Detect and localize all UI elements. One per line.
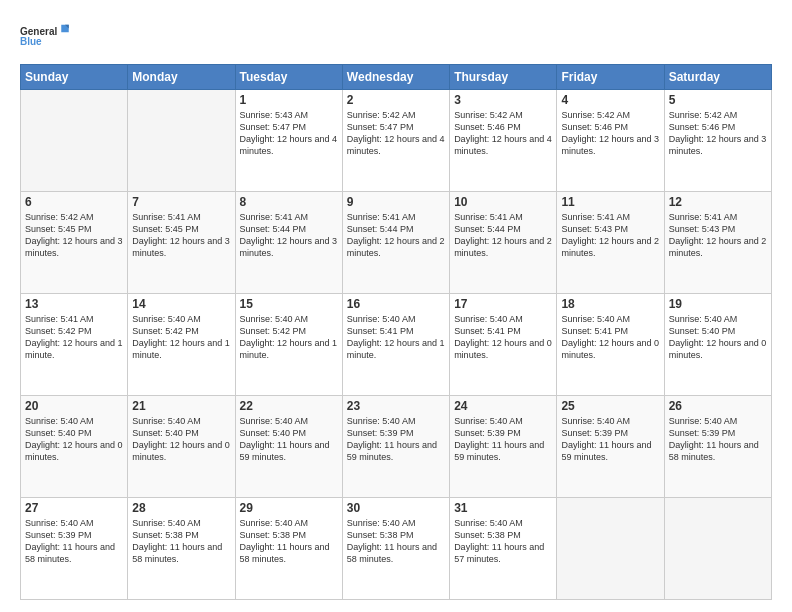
cell-info: Sunrise: 5:40 AMSunset: 5:39 PMDaylight:…: [347, 415, 445, 464]
calendar-week-row: 27Sunrise: 5:40 AMSunset: 5:39 PMDayligh…: [21, 498, 772, 600]
calendar-cell: [557, 498, 664, 600]
day-number: 14: [132, 297, 230, 311]
day-number: 8: [240, 195, 338, 209]
cell-info: Sunrise: 5:40 AMSunset: 5:40 PMDaylight:…: [240, 415, 338, 464]
day-number: 12: [669, 195, 767, 209]
calendar-cell: 23Sunrise: 5:40 AMSunset: 5:39 PMDayligh…: [342, 396, 449, 498]
calendar-cell: 22Sunrise: 5:40 AMSunset: 5:40 PMDayligh…: [235, 396, 342, 498]
calendar-cell: 5Sunrise: 5:42 AMSunset: 5:46 PMDaylight…: [664, 90, 771, 192]
day-number: 28: [132, 501, 230, 515]
day-number: 3: [454, 93, 552, 107]
day-number: 29: [240, 501, 338, 515]
svg-text:Blue: Blue: [20, 36, 42, 47]
calendar-cell: 11Sunrise: 5:41 AMSunset: 5:43 PMDayligh…: [557, 192, 664, 294]
cell-info: Sunrise: 5:42 AMSunset: 5:46 PMDaylight:…: [454, 109, 552, 158]
weekday-thursday: Thursday: [450, 65, 557, 90]
day-number: 15: [240, 297, 338, 311]
calendar-cell: 25Sunrise: 5:40 AMSunset: 5:39 PMDayligh…: [557, 396, 664, 498]
svg-text:General: General: [20, 26, 57, 37]
weekday-header-row: SundayMondayTuesdayWednesdayThursdayFrid…: [21, 65, 772, 90]
day-number: 27: [25, 501, 123, 515]
cell-info: Sunrise: 5:42 AMSunset: 5:45 PMDaylight:…: [25, 211, 123, 260]
weekday-saturday: Saturday: [664, 65, 771, 90]
calendar-table: SundayMondayTuesdayWednesdayThursdayFrid…: [20, 64, 772, 600]
day-number: 6: [25, 195, 123, 209]
calendar-cell: 21Sunrise: 5:40 AMSunset: 5:40 PMDayligh…: [128, 396, 235, 498]
cell-info: Sunrise: 5:40 AMSunset: 5:39 PMDaylight:…: [454, 415, 552, 464]
calendar-week-row: 20Sunrise: 5:40 AMSunset: 5:40 PMDayligh…: [21, 396, 772, 498]
cell-info: Sunrise: 5:40 AMSunset: 5:39 PMDaylight:…: [25, 517, 123, 566]
day-number: 10: [454, 195, 552, 209]
calendar-cell: 16Sunrise: 5:40 AMSunset: 5:41 PMDayligh…: [342, 294, 449, 396]
day-number: 17: [454, 297, 552, 311]
calendar-page: General Blue SundayMondayTuesdayWednesda…: [0, 0, 792, 612]
calendar-cell: 29Sunrise: 5:40 AMSunset: 5:38 PMDayligh…: [235, 498, 342, 600]
day-number: 1: [240, 93, 338, 107]
calendar-cell: 6Sunrise: 5:42 AMSunset: 5:45 PMDaylight…: [21, 192, 128, 294]
cell-info: Sunrise: 5:40 AMSunset: 5:42 PMDaylight:…: [240, 313, 338, 362]
day-number: 18: [561, 297, 659, 311]
cell-info: Sunrise: 5:41 AMSunset: 5:43 PMDaylight:…: [561, 211, 659, 260]
cell-info: Sunrise: 5:41 AMSunset: 5:44 PMDaylight:…: [240, 211, 338, 260]
cell-info: Sunrise: 5:40 AMSunset: 5:39 PMDaylight:…: [561, 415, 659, 464]
calendar-cell: 2Sunrise: 5:42 AMSunset: 5:47 PMDaylight…: [342, 90, 449, 192]
calendar-cell: 12Sunrise: 5:41 AMSunset: 5:43 PMDayligh…: [664, 192, 771, 294]
day-number: 9: [347, 195, 445, 209]
cell-info: Sunrise: 5:42 AMSunset: 5:46 PMDaylight:…: [669, 109, 767, 158]
calendar-cell: 9Sunrise: 5:41 AMSunset: 5:44 PMDaylight…: [342, 192, 449, 294]
day-number: 2: [347, 93, 445, 107]
calendar-cell: 18Sunrise: 5:40 AMSunset: 5:41 PMDayligh…: [557, 294, 664, 396]
cell-info: Sunrise: 5:41 AMSunset: 5:42 PMDaylight:…: [25, 313, 123, 362]
calendar-cell: [128, 90, 235, 192]
calendar-cell: 7Sunrise: 5:41 AMSunset: 5:45 PMDaylight…: [128, 192, 235, 294]
cell-info: Sunrise: 5:41 AMSunset: 5:44 PMDaylight:…: [347, 211, 445, 260]
calendar-cell: 4Sunrise: 5:42 AMSunset: 5:46 PMDaylight…: [557, 90, 664, 192]
calendar-cell: 31Sunrise: 5:40 AMSunset: 5:38 PMDayligh…: [450, 498, 557, 600]
day-number: 21: [132, 399, 230, 413]
weekday-tuesday: Tuesday: [235, 65, 342, 90]
calendar-cell: 30Sunrise: 5:40 AMSunset: 5:38 PMDayligh…: [342, 498, 449, 600]
day-number: 5: [669, 93, 767, 107]
cell-info: Sunrise: 5:40 AMSunset: 5:39 PMDaylight:…: [669, 415, 767, 464]
day-number: 7: [132, 195, 230, 209]
calendar-cell: 1Sunrise: 5:43 AMSunset: 5:47 PMDaylight…: [235, 90, 342, 192]
calendar-cell: 13Sunrise: 5:41 AMSunset: 5:42 PMDayligh…: [21, 294, 128, 396]
calendar-week-row: 6Sunrise: 5:42 AMSunset: 5:45 PMDaylight…: [21, 192, 772, 294]
calendar-cell: 10Sunrise: 5:41 AMSunset: 5:44 PMDayligh…: [450, 192, 557, 294]
calendar-cell: 27Sunrise: 5:40 AMSunset: 5:39 PMDayligh…: [21, 498, 128, 600]
calendar-week-row: 1Sunrise: 5:43 AMSunset: 5:47 PMDaylight…: [21, 90, 772, 192]
cell-info: Sunrise: 5:41 AMSunset: 5:43 PMDaylight:…: [669, 211, 767, 260]
cell-info: Sunrise: 5:40 AMSunset: 5:40 PMDaylight:…: [25, 415, 123, 464]
day-number: 11: [561, 195, 659, 209]
day-number: 22: [240, 399, 338, 413]
calendar-cell: [21, 90, 128, 192]
logo: General Blue: [20, 16, 70, 56]
day-number: 20: [25, 399, 123, 413]
cell-info: Sunrise: 5:40 AMSunset: 5:38 PMDaylight:…: [132, 517, 230, 566]
calendar-cell: [664, 498, 771, 600]
cell-info: Sunrise: 5:42 AMSunset: 5:46 PMDaylight:…: [561, 109, 659, 158]
cell-info: Sunrise: 5:40 AMSunset: 5:41 PMDaylight:…: [347, 313, 445, 362]
weekday-sunday: Sunday: [21, 65, 128, 90]
cell-info: Sunrise: 5:42 AMSunset: 5:47 PMDaylight:…: [347, 109, 445, 158]
day-number: 4: [561, 93, 659, 107]
day-number: 13: [25, 297, 123, 311]
cell-info: Sunrise: 5:40 AMSunset: 5:40 PMDaylight:…: [132, 415, 230, 464]
day-number: 30: [347, 501, 445, 515]
day-number: 26: [669, 399, 767, 413]
calendar-cell: 26Sunrise: 5:40 AMSunset: 5:39 PMDayligh…: [664, 396, 771, 498]
calendar-cell: 19Sunrise: 5:40 AMSunset: 5:40 PMDayligh…: [664, 294, 771, 396]
calendar-cell: 28Sunrise: 5:40 AMSunset: 5:38 PMDayligh…: [128, 498, 235, 600]
day-number: 16: [347, 297, 445, 311]
cell-info: Sunrise: 5:40 AMSunset: 5:38 PMDaylight:…: [240, 517, 338, 566]
calendar-week-row: 13Sunrise: 5:41 AMSunset: 5:42 PMDayligh…: [21, 294, 772, 396]
calendar-cell: 17Sunrise: 5:40 AMSunset: 5:41 PMDayligh…: [450, 294, 557, 396]
cell-info: Sunrise: 5:40 AMSunset: 5:40 PMDaylight:…: [669, 313, 767, 362]
weekday-friday: Friday: [557, 65, 664, 90]
day-number: 19: [669, 297, 767, 311]
calendar-cell: 20Sunrise: 5:40 AMSunset: 5:40 PMDayligh…: [21, 396, 128, 498]
calendar-cell: 8Sunrise: 5:41 AMSunset: 5:44 PMDaylight…: [235, 192, 342, 294]
day-number: 24: [454, 399, 552, 413]
cell-info: Sunrise: 5:43 AMSunset: 5:47 PMDaylight:…: [240, 109, 338, 158]
calendar-cell: 24Sunrise: 5:40 AMSunset: 5:39 PMDayligh…: [450, 396, 557, 498]
